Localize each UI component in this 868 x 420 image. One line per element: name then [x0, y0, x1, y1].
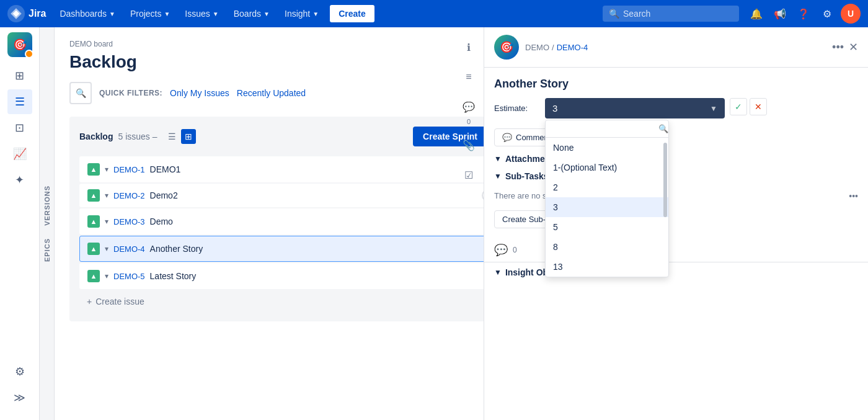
table-row[interactable]: ▲ ▾ DEMO-1 DEMO1 1	[79, 156, 512, 182]
issue-key[interactable]: DEMO-1	[113, 165, 145, 174]
epics-label[interactable]: EPICS	[43, 238, 51, 262]
filter-recently-updated-button[interactable]: Recently Updated	[237, 88, 306, 98]
panel-info-icon[interactable]: ℹ	[459, 37, 479, 57]
sidebar-item-reports[interactable]: ⊡	[7, 115, 32, 140]
issue-summary: Demo	[150, 217, 484, 226]
issue-summary: Demo2	[150, 190, 477, 200]
nav-issues[interactable]: Issues ▼	[179, 5, 224, 22]
issue-expand-icon[interactable]: ▾	[105, 272, 108, 280]
help-icon[interactable]: ❓	[794, 4, 813, 24]
issue-list: ▲ ▾ DEMO-1 DEMO1 1 ▲ ▾ DEMO-2 Demo2 ▲ ▾ …	[79, 156, 512, 289]
dropdown-item-1[interactable]: 1-(Optional Text)	[546, 158, 668, 177]
issue-type-icon: ▲	[87, 270, 100, 282]
panel-attachment-icon[interactable]: 📎	[459, 135, 479, 155]
estimate-confirm-button[interactable]: ✓	[730, 98, 747, 115]
estimate-dropdown-list: 🔍 None 1-(Optional Text) 2 3 5 8 13	[545, 120, 669, 277]
filter-my-issues-button[interactable]: Only My Issues	[170, 88, 229, 98]
list-view-toggle[interactable]: ☰	[165, 129, 180, 144]
sidebar-item-expand[interactable]: ≫	[7, 385, 32, 410]
issue-key[interactable]: DEMO-4	[113, 244, 145, 254]
issue-key[interactable]: DEMO-5	[113, 272, 145, 281]
subtasks-chevron-icon: ▼	[494, 172, 502, 181]
create-button[interactable]: Create	[330, 5, 374, 22]
panel-close-button[interactable]: ✕	[849, 40, 858, 54]
issue-type-icon: ▲	[87, 163, 100, 176]
table-row[interactable]: ▲ ▾ DEMO-4 Another Story 3	[79, 236, 512, 262]
dropdown-scrollbar-thumb	[663, 143, 667, 217]
nav-dashboards[interactable]: Dashboards ▼	[53, 5, 121, 22]
dropdown-scrollbar	[663, 143, 667, 275]
panel-project-name: DEMO	[525, 43, 549, 52]
panel-chat-section: 💬 0	[484, 238, 868, 262]
panel-more-button[interactable]: •••	[832, 41, 844, 54]
panel-issue-avatar: 🎯	[494, 35, 519, 60]
comment-icon: 💬	[502, 133, 512, 142]
issue-summary: DEMO1	[150, 164, 484, 174]
dropdown-item-13[interactable]: 13	[546, 257, 668, 277]
settings-icon[interactable]: ⚙	[817, 4, 837, 24]
dropdown-item-3[interactable]: 3	[546, 197, 668, 217]
subtasks-more-button[interactable]: •••	[849, 191, 858, 201]
panel-chat-icon-bottom: 💬	[494, 243, 508, 257]
versions-label[interactable]: VERSIONS	[43, 185, 51, 226]
panel-chat-icon[interactable]: 💬	[459, 97, 479, 117]
nav-insight[interactable]: Insight ▼	[278, 5, 325, 22]
dropdown-search-input[interactable]	[551, 124, 655, 133]
sidebar-item-releases[interactable]: 📈	[7, 141, 32, 166]
quick-filters-label: QUICK FILTERS:	[99, 89, 162, 97]
feedback-icon[interactable]: 📢	[770, 4, 790, 24]
sidebar-bottom: ⚙ ≫	[7, 359, 32, 415]
dropdown-item-none[interactable]: None	[546, 138, 668, 158]
panel-chat-count-label: 0	[513, 246, 517, 254]
dropdown-item-8[interactable]: 8	[546, 237, 668, 257]
jira-logo-text: Jira	[29, 8, 46, 19]
dropdown-item-2[interactable]: 2	[546, 177, 668, 197]
projects-chevron-icon: ▼	[164, 11, 170, 17]
search-bar[interactable]: 🔍 Search	[603, 6, 739, 22]
sidebar-item-board[interactable]: ⊞	[7, 63, 32, 88]
view-toggle: ☰ ⊞	[165, 129, 196, 144]
issue-key[interactable]: DEMO-2	[113, 191, 145, 200]
attachments-chevron-icon: ▼	[494, 154, 502, 163]
panel-breadcrumb: DEMO / DEMO-4	[525, 43, 588, 52]
table-row[interactable]: ▲ ▾ DEMO-2 Demo2	[79, 184, 512, 207]
table-row[interactable]: ▲ ▾ DEMO-3 Demo 8	[79, 208, 512, 235]
sidebar-item-components[interactable]: ✦	[7, 168, 32, 192]
panel-activity-icon[interactable]: ≡	[459, 67, 479, 87]
estimate-cancel-button[interactable]: ✕	[750, 98, 767, 115]
issue-summary: Another Story	[150, 244, 484, 254]
sidebar-item-settings[interactable]: ⚙	[7, 359, 32, 384]
issue-expand-icon[interactable]: ▾	[105, 191, 108, 200]
nav-projects[interactable]: Projects ▼	[124, 5, 176, 22]
panel-content: Another Story Estimate: 3 ▼ 🔍 None 1-	[484, 68, 868, 238]
issue-expand-icon[interactable]: ▾	[105, 165, 108, 174]
subtasks-label: Sub-Tasks	[505, 171, 549, 181]
search-placeholder-text: Search	[623, 9, 650, 19]
insight-chevron-icon: ▼	[494, 268, 502, 277]
panel-header-actions: ••• ✕	[832, 40, 858, 54]
panel-checklist-icon[interactable]: ☑	[459, 165, 479, 185]
issue-key[interactable]: DEMO-3	[113, 217, 145, 226]
project-avatar[interactable]: 🎯	[7, 32, 32, 57]
dropdown-item-5[interactable]: 5	[546, 217, 668, 237]
grid-view-toggle[interactable]: ⊞	[181, 129, 196, 144]
estimate-dropdown[interactable]: 3 ▼	[545, 98, 725, 118]
notifications-icon[interactable]: 🔔	[746, 4, 766, 24]
dropdown-search-icon: 🔍	[658, 124, 668, 133]
insight-section: ▼ Insight Objects Tab Panel	[484, 262, 868, 282]
search-icon: 🔍	[609, 9, 619, 19]
jira-logo[interactable]: Jira	[7, 5, 46, 22]
user-avatar[interactable]: U	[841, 4, 861, 24]
sidebar-item-backlog[interactable]: ☰	[7, 89, 32, 114]
nav-boards[interactable]: Boards ▼	[228, 5, 276, 22]
panel-issue-key-link[interactable]: DEMO-4	[557, 43, 588, 52]
panel-breadcrumb-sep: /	[552, 43, 554, 52]
issue-expand-icon[interactable]: ▾	[105, 244, 108, 253]
table-row[interactable]: ▲ ▾ DEMO-5 Latest Story 8	[79, 263, 512, 289]
create-issue-link[interactable]: + Create issue	[79, 292, 512, 311]
filter-search-button[interactable]: 🔍	[69, 82, 92, 104]
panel-issue-title: Another Story	[494, 78, 858, 91]
issue-expand-icon[interactable]: ▾	[105, 217, 108, 226]
dashboards-chevron-icon: ▼	[109, 11, 115, 17]
boards-chevron-icon: ▼	[264, 11, 270, 17]
